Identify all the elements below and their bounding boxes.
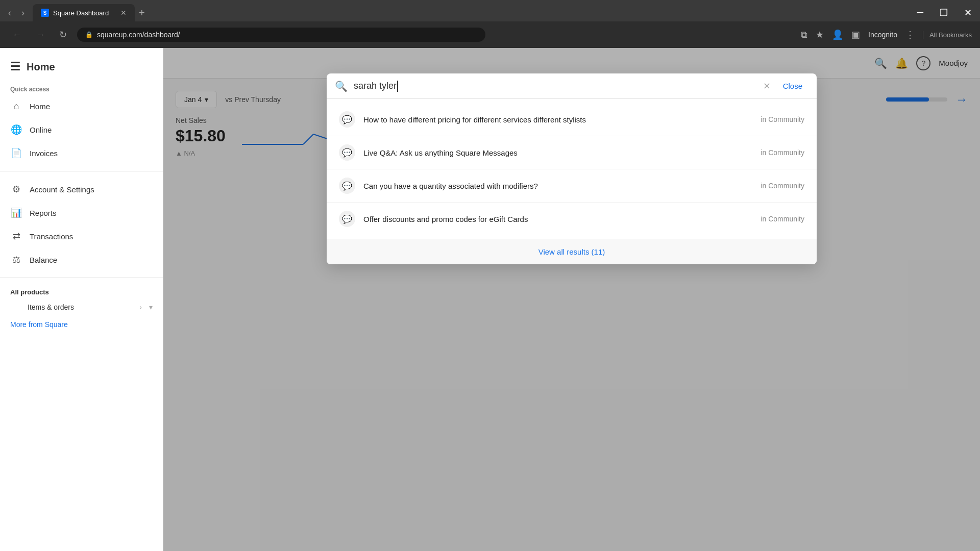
search-overlay: 🔍 sarah tyler ✕ Close 💬 How to have diff… bbox=[163, 48, 980, 551]
result-text-0: How to have different pricing for differ… bbox=[363, 115, 752, 124]
result-source-3: in Community bbox=[761, 215, 804, 223]
sidebar-divider-1 bbox=[0, 171, 163, 171]
result-text-2: Can you have a quantity associated with … bbox=[363, 182, 752, 190]
search-close-button[interactable]: Close bbox=[777, 80, 808, 92]
result-source-0: in Community bbox=[761, 115, 804, 123]
sidebar-invoices-label: Invoices bbox=[30, 149, 153, 158]
home-icon: ⌂ bbox=[10, 101, 22, 112]
sidebar-item-transactions[interactable]: ⇄ Transactions bbox=[0, 224, 163, 248]
sidebar-divider-2 bbox=[0, 278, 163, 278]
sidebar-account-settings-label: Account & Settings bbox=[30, 185, 153, 194]
settings-icon: ⚙ bbox=[10, 184, 22, 195]
sidebar-item-invoices[interactable]: 📄 Invoices bbox=[0, 141, 163, 165]
search-result-item-0[interactable]: 💬 How to have different pricing for diff… bbox=[327, 103, 817, 136]
balance-icon: ⚖ bbox=[10, 254, 22, 265]
view-all-results-section[interactable]: View all results (11) bbox=[327, 239, 817, 264]
sidebar-online-label: Online bbox=[30, 126, 153, 134]
minimize-btn[interactable]: ─ bbox=[909, 7, 932, 18]
result-community-icon-3: 💬 bbox=[339, 211, 355, 227]
search-result-item-2[interactable]: 💬 Can you have a quantity associated wit… bbox=[327, 169, 817, 203]
app-container: ☰ Home Quick access ⌂ Home 🌐 Online 📄 In… bbox=[0, 48, 980, 551]
search-result-item-1[interactable]: 💬 Live Q&A: Ask us anything Square Messa… bbox=[327, 136, 817, 169]
forward-btn[interactable]: → bbox=[32, 28, 49, 42]
menu-icon[interactable]: ⋮ bbox=[905, 29, 915, 40]
tab-back-btn[interactable]: ‹ bbox=[4, 6, 15, 20]
search-modal-icon: 🔍 bbox=[335, 80, 348, 92]
online-icon: 🌐 bbox=[10, 124, 22, 135]
sidebar-item-account-settings[interactable]: ⚙ Account & Settings bbox=[0, 178, 163, 201]
profile-icon[interactable]: 👤 bbox=[832, 29, 843, 40]
search-bar: 🔍 sarah tyler ✕ Close bbox=[327, 73, 817, 99]
address-bar[interactable]: 🔒 squareup.com/dashboard/ bbox=[77, 28, 485, 42]
browser-actions: ⧉ ★ 👤 ▣ Incognito ⋮ All Bookmarks bbox=[801, 29, 972, 40]
window-controls: ─ ❐ ✕ bbox=[909, 7, 980, 18]
invoices-icon: 📄 bbox=[10, 147, 22, 159]
sidebar-balance-label: Balance bbox=[30, 256, 153, 264]
items-orders-chevron: › bbox=[139, 303, 142, 311]
search-clear-btn[interactable]: ✕ bbox=[763, 81, 771, 92]
incognito-label: Incognito bbox=[868, 31, 897, 39]
result-text-3: Offer discounts and promo codes for eGif… bbox=[363, 215, 752, 223]
lock-icon: 🔒 bbox=[85, 31, 93, 38]
all-products-title: All products bbox=[0, 284, 163, 298]
refresh-btn[interactable]: ↻ bbox=[55, 27, 71, 42]
sidebar-item-reports[interactable]: 📊 Reports bbox=[0, 201, 163, 224]
extension-icon[interactable]: ⧉ bbox=[801, 30, 807, 40]
browser-address-bar: ← → ↻ 🔒 squareup.com/dashboard/ ⧉ ★ 👤 ▣ … bbox=[0, 21, 980, 48]
sidebar-items-orders[interactable]: Items & orders › ▾ bbox=[0, 298, 163, 316]
result-community-icon-0: 💬 bbox=[339, 111, 355, 128]
back-btn[interactable]: ← bbox=[8, 28, 26, 42]
layout-icon[interactable]: ▣ bbox=[851, 29, 860, 40]
result-text-1: Live Q&A: Ask us anything Square Message… bbox=[363, 148, 752, 157]
tab-favicon: S bbox=[41, 9, 49, 17]
search-modal: 🔍 sarah tyler ✕ Close 💬 How to have diff… bbox=[327, 73, 817, 264]
browser-tab-active[interactable]: S Square Dashboard ✕ bbox=[33, 4, 135, 21]
result-community-icon-1: 💬 bbox=[339, 144, 355, 161]
bookmarks-label: All Bookmarks bbox=[923, 31, 972, 39]
view-all-link[interactable]: View all results (11) bbox=[538, 247, 605, 256]
tab-close-btn[interactable]: ✕ bbox=[120, 9, 127, 17]
sidebar-transactions-label: Transactions bbox=[30, 232, 153, 241]
sidebar-item-online[interactable]: 🌐 Online bbox=[0, 118, 163, 141]
search-query-text: sarah tyler bbox=[354, 81, 397, 91]
sidebar-item-home[interactable]: ⌂ Home bbox=[0, 95, 163, 118]
browser-chrome: ‹ › S Square Dashboard ✕ + ─ ❐ ✕ ← → ↻ 🔒… bbox=[0, 0, 980, 48]
browser-tab-bar: ‹ › S Square Dashboard ✕ + ─ ❐ ✕ bbox=[0, 0, 980, 21]
hamburger-icon[interactable]: ☰ bbox=[10, 60, 20, 73]
url-text: squareup.com/dashboard/ bbox=[97, 31, 180, 39]
items-orders-dropdown-icon[interactable]: ▾ bbox=[149, 303, 153, 311]
result-source-1: in Community bbox=[761, 148, 804, 157]
sidebar: ☰ Home Quick access ⌂ Home 🌐 Online 📄 In… bbox=[0, 48, 163, 551]
sidebar-home-label: Home bbox=[27, 61, 55, 73]
tab-title: Square Dashboard bbox=[53, 9, 109, 17]
bookmark-icon[interactable]: ★ bbox=[816, 29, 824, 40]
tab-next-btn[interactable]: › bbox=[17, 6, 29, 20]
transactions-icon: ⇄ bbox=[10, 231, 22, 242]
close-btn[interactable]: ✕ bbox=[956, 7, 980, 18]
result-community-icon-2: 💬 bbox=[339, 178, 355, 194]
reports-icon: 📊 bbox=[10, 207, 22, 218]
search-results-list: 💬 How to have different pricing for diff… bbox=[327, 99, 817, 239]
quick-access-label: Quick access bbox=[0, 82, 163, 95]
sidebar-reports-label: Reports bbox=[30, 209, 153, 217]
cursor-indicator bbox=[397, 81, 398, 92]
restore-btn[interactable]: ❐ bbox=[932, 7, 956, 18]
main-content: 🔍 🔔 ? Moodjoy Jan 4 ▾ vs Prev Thursday → bbox=[163, 48, 980, 551]
result-source-2: in Community bbox=[761, 182, 804, 190]
more-from-square-link[interactable]: More from Square bbox=[0, 316, 163, 333]
new-tab-btn[interactable]: + bbox=[135, 7, 149, 19]
sidebar-home-item-label: Home bbox=[30, 102, 153, 111]
search-result-item-3[interactable]: 💬 Offer discounts and promo codes for eG… bbox=[327, 203, 817, 235]
sidebar-home-header[interactable]: ☰ Home bbox=[0, 56, 163, 82]
items-orders-label: Items & orders bbox=[28, 303, 74, 311]
sidebar-item-balance[interactable]: ⚖ Balance bbox=[0, 248, 163, 271]
